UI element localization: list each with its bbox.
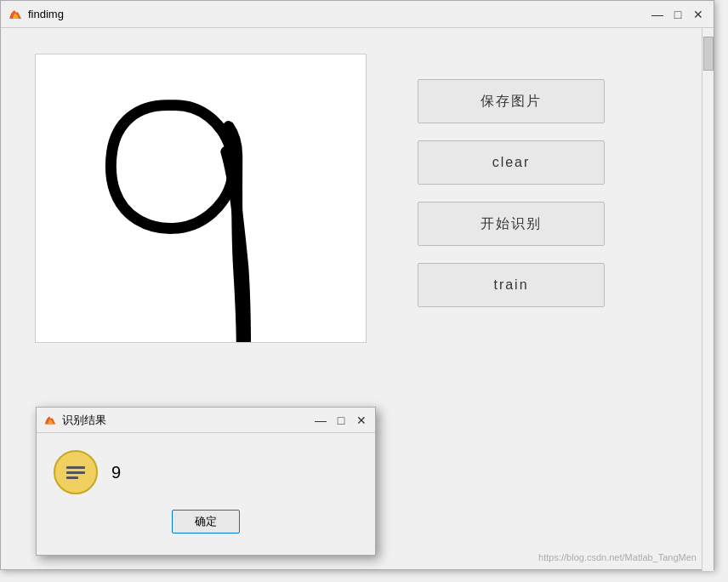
dialog-title-controls: — □ ✕ bbox=[312, 412, 370, 429]
title-bar-controls: — □ ✕ bbox=[649, 6, 707, 23]
close-button[interactable]: ✕ bbox=[690, 6, 707, 23]
dialog-title-bar: 识别结果 — □ ✕ bbox=[37, 408, 375, 433]
dialog-result-text: 9 bbox=[111, 463, 121, 482]
watermark: https://blog.csdn.net/Matlab_TangMen bbox=[538, 552, 697, 562]
start-recognize-button[interactable]: 开始识别 bbox=[418, 202, 605, 246]
right-panel: 保存图片 clear 开始识别 train bbox=[418, 54, 605, 307]
scrollbar[interactable] bbox=[702, 28, 714, 571]
main-window-title: findimg bbox=[28, 8, 707, 20]
main-window-icon bbox=[8, 7, 23, 22]
svg-rect-3 bbox=[66, 476, 78, 479]
dialog-window: 识别结果 — □ ✕ 9 确定 bbox=[36, 407, 376, 556]
dialog-icon-matlab bbox=[43, 414, 57, 427]
main-content: 保存图片 clear 开始识别 train bbox=[1, 28, 714, 368]
save-image-button[interactable]: 保存图片 bbox=[418, 79, 605, 123]
dialog-maximize-button[interactable]: □ bbox=[333, 412, 350, 429]
confirm-button[interactable]: 确定 bbox=[172, 510, 240, 534]
dialog-content: 9 bbox=[37, 433, 375, 503]
drawing-canvas[interactable] bbox=[35, 54, 367, 343]
dialog-minimize-button[interactable]: — bbox=[312, 412, 329, 429]
train-button[interactable]: train bbox=[418, 263, 605, 307]
dialog-footer: 确定 bbox=[37, 503, 375, 540]
dialog-close-button[interactable]: ✕ bbox=[353, 412, 370, 429]
clear-button[interactable]: clear bbox=[418, 140, 605, 185]
minimize-button[interactable]: — bbox=[649, 6, 666, 23]
svg-rect-1 bbox=[66, 466, 85, 469]
digit-drawing bbox=[36, 54, 366, 342]
dialog-message-icon bbox=[54, 450, 98, 494]
scroll-thumb[interactable] bbox=[703, 37, 714, 71]
main-title-bar: findimg — □ ✕ bbox=[1, 1, 714, 28]
svg-rect-2 bbox=[66, 471, 85, 474]
maximize-button[interactable]: □ bbox=[669, 6, 686, 23]
